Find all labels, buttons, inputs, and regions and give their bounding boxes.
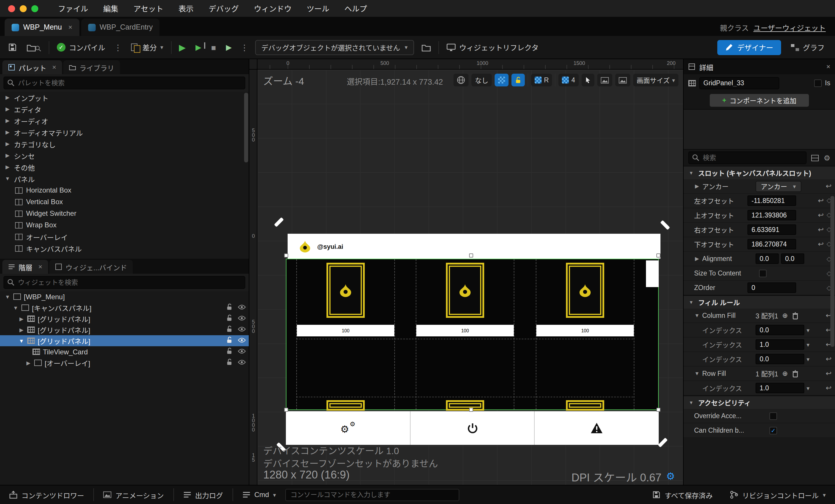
menu-window[interactable]: ウィンドウ: [254, 3, 292, 14]
override-accessible-checkbox[interactable]: [770, 412, 777, 420]
palette-search-input[interactable]: [3, 77, 245, 89]
rotate-handle[interactable]: [274, 217, 284, 227]
menu-file[interactable]: ファイル: [58, 3, 88, 14]
expander-icon[interactable]: ▶: [5, 95, 11, 100]
hierarchy-row-tileview-card[interactable]: TileView_Card: [0, 346, 249, 357]
tab-palette[interactable]: パレット ×: [2, 60, 62, 74]
lock-toggle[interactable]: [511, 74, 525, 86]
expander-icon[interactable]: ▼: [13, 305, 19, 310]
menu-view[interactable]: 表示: [179, 3, 194, 14]
menu-help[interactable]: ヘルプ: [344, 3, 367, 14]
palette-scrollbar[interactable]: [244, 93, 248, 162]
palette-item-canvas-panel[interactable]: キャンバスパネル: [0, 242, 249, 254]
expander-icon[interactable]: ▶: [19, 316, 24, 322]
card-thumbnail[interactable]: [566, 263, 604, 318]
browse-asset-button[interactable]: [24, 41, 43, 53]
zoom-window-button[interactable]: [31, 5, 38, 12]
property-matrix-icon[interactable]: [812, 155, 819, 161]
expander-icon[interactable]: ▶: [5, 118, 11, 123]
close-icon[interactable]: ×: [38, 263, 42, 271]
selection-handle[interactable]: [469, 408, 473, 412]
animation-button[interactable]: アニメーション: [100, 490, 167, 500]
expander-icon[interactable]: ▶: [25, 360, 31, 366]
settings-cell[interactable]: ⚙⚙: [286, 411, 410, 445]
is-variable-checkbox[interactable]: [814, 79, 821, 87]
selection-handle[interactable]: [656, 254, 660, 258]
play-button[interactable]: ▶: [177, 40, 188, 54]
palette-item-vertical-box[interactable]: Vertical Box: [0, 196, 249, 208]
palette-group-synth[interactable]: ▶シンセ: [0, 149, 249, 161]
reset-icon[interactable]: ↩: [826, 384, 832, 392]
palette-group-other[interactable]: ▶その他: [0, 161, 249, 173]
tab-hierarchy[interactable]: 階層 ×: [2, 260, 48, 274]
reset-icon[interactable]: ↩: [826, 369, 832, 378]
section-slot[interactable]: ▼ スロット (キャンバスパネルスロット): [684, 166, 835, 179]
hierarchy-row-grid-panel-2[interactable]: ▶ [グリッドパネル]: [0, 324, 249, 335]
content-drawer-button[interactable]: コンテンツドロワー: [6, 490, 87, 500]
tab-widget-bind[interactable]: ウィジェ...バインド: [49, 260, 133, 274]
offset-bottom-field[interactable]: 186.270874: [748, 239, 796, 249]
cmd-dropdown[interactable]: Cmd ▾: [239, 491, 280, 499]
palette-item-horizontal-box[interactable]: Horizontal Box: [0, 184, 249, 196]
card-thumbnail[interactable]: [326, 263, 365, 318]
hierarchy-search-input[interactable]: [3, 276, 245, 289]
row-index-0-field[interactable]: 1.0: [756, 383, 804, 393]
tab-wbp-cardentry[interactable]: WBP_CardEntry: [81, 19, 160, 36]
expander-icon[interactable]: ▼: [688, 170, 694, 176]
zorder-field[interactable]: 0: [748, 282, 796, 293]
mirror-button[interactable]: [615, 74, 630, 86]
tab-wbp-menu[interactable]: WBP_Menu ×: [5, 19, 79, 36]
expander-icon[interactable]: ▼: [688, 400, 694, 405]
palette-group-audio[interactable]: ▶オーディオ: [0, 115, 249, 126]
size-to-content-checkbox[interactable]: [759, 269, 767, 277]
minimize-window-button[interactable]: [20, 5, 27, 12]
compile-button[interactable]: ✓ コンパイル: [55, 40, 107, 55]
hierarchy-row-wbp-menu[interactable]: ▼ [WBP_Menu]: [0, 291, 249, 302]
card-thumbnail[interactable]: [446, 263, 484, 318]
power-cell[interactable]: [410, 411, 535, 445]
section-accessibility[interactable]: ▼ アクセシビリティ: [684, 396, 835, 409]
offset-right-field[interactable]: 6.633691: [748, 224, 796, 235]
launch-button[interactable]: ▶: [224, 41, 234, 53]
column-index-2-field[interactable]: 0.0: [756, 354, 804, 364]
graph-mode-button[interactable]: グラフ: [787, 42, 829, 53]
menu-asset[interactable]: アセット: [134, 3, 164, 14]
chevron-down-icon[interactable]: ▾: [807, 356, 810, 362]
alignment-x-field[interactable]: 0.0: [756, 254, 779, 264]
compile-options-icon[interactable]: ⋮: [113, 43, 123, 52]
offset-left-field[interactable]: -11.850281: [748, 196, 796, 206]
save-button[interactable]: [6, 41, 19, 53]
step-button[interactable]: ▶: [193, 41, 204, 53]
column-index-0-field[interactable]: 0.0: [756, 325, 804, 335]
expander-icon[interactable]: ▶: [694, 256, 700, 262]
can-children-checkbox[interactable]: ✓: [770, 427, 777, 434]
expander-icon[interactable]: ▼: [5, 294, 11, 300]
grid-snap-toggle[interactable]: [495, 74, 509, 86]
close-icon[interactable]: ×: [68, 23, 72, 31]
alignment-y-field[interactable]: 0.0: [781, 254, 804, 264]
palette-group-panel[interactable]: ▼パネル: [0, 173, 249, 184]
expander-icon[interactable]: ▼: [5, 176, 11, 182]
preview-image-button[interactable]: [597, 74, 612, 86]
selection-handle[interactable]: [284, 254, 288, 258]
select-tool-button[interactable]: [582, 74, 594, 86]
grid-size-button[interactable]: 4: [559, 74, 579, 86]
eye-icon[interactable]: [238, 304, 246, 310]
expander-icon[interactable]: ▶: [5, 129, 11, 135]
expander-icon[interactable]: ▶: [5, 164, 11, 170]
hierarchy-row-grid-panel-3-selected[interactable]: ▼ [グリッドパネル]: [0, 335, 249, 346]
expander-icon[interactable]: ▼: [694, 370, 700, 377]
console-command-input[interactable]: [285, 489, 459, 501]
expander-icon[interactable]: ▶: [19, 327, 24, 332]
output-log-button[interactable]: 出力ログ: [180, 490, 226, 500]
add-element-icon[interactable]: ⊕: [782, 369, 788, 378]
localization-preview-button[interactable]: R: [531, 74, 552, 86]
palette-group-editor[interactable]: ▶エディタ: [0, 103, 249, 115]
designer-viewport[interactable]: 0 500 1000 1500 200 500 0 500 1000 15 ズー…: [249, 59, 683, 485]
debug-object-dropdown[interactable]: デバッグオブジェクトが選択されていません ▾: [255, 40, 414, 55]
diff-button[interactable]: 差分 ▾: [128, 40, 166, 55]
details-search-input[interactable]: [688, 152, 807, 164]
selection-handle[interactable]: [656, 408, 660, 412]
reset-icon[interactable]: ↩: [818, 226, 824, 234]
reset-icon[interactable]: ↩: [818, 240, 824, 248]
